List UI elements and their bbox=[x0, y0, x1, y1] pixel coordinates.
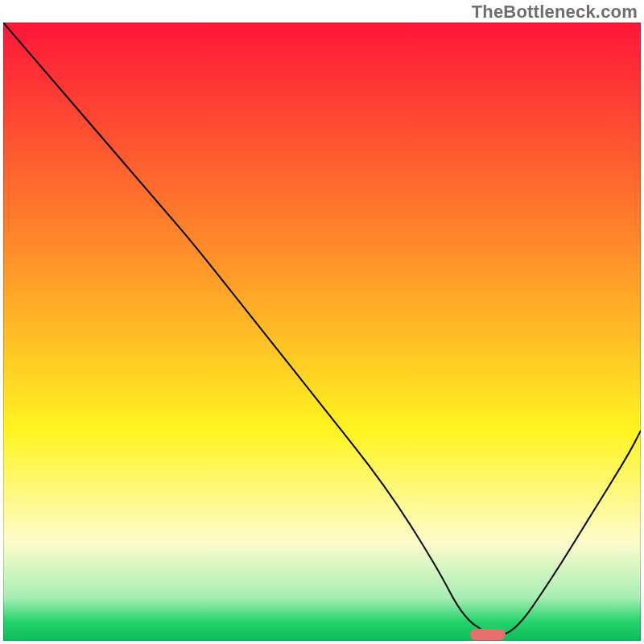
watermark-text: TheBottleneck.com bbox=[472, 2, 638, 23]
bottleneck-chart: TheBottleneck.com bbox=[0, 0, 644, 644]
plot-area bbox=[3, 23, 641, 641]
svg-rect-1 bbox=[3, 23, 641, 641]
plot-frame bbox=[3, 23, 641, 641]
optimal-marker bbox=[470, 629, 506, 640]
